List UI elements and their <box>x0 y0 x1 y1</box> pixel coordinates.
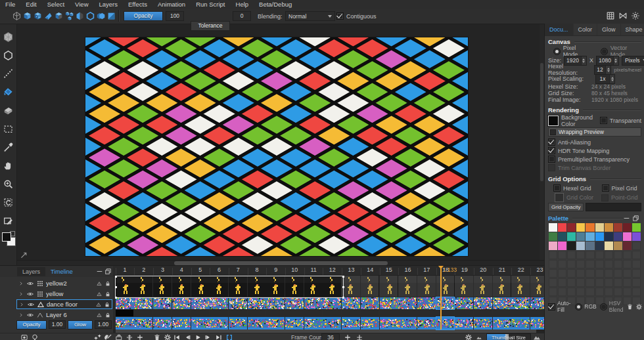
panel-tab-color[interactable]: Color <box>574 24 598 35</box>
palette-swatch-empty[interactable] <box>558 260 566 268</box>
frame-cell[interactable] <box>116 276 134 283</box>
frame-cell[interactable] <box>361 276 379 283</box>
frame-cell[interactable] <box>361 283 379 297</box>
palette-swatch[interactable] <box>595 242 604 250</box>
palette-swatch[interactable] <box>605 232 613 241</box>
transparent-checkbox[interactable] <box>600 117 607 124</box>
thumbnail-size-slider[interactable]: Thumbnail Size <box>486 333 531 340</box>
palette-swatch-empty[interactable] <box>558 251 566 259</box>
layer-alpha-lock-toggle[interactable] <box>96 312 103 318</box>
frame-cell[interactable] <box>172 317 191 329</box>
frame-cell[interactable] <box>380 276 398 283</box>
frame-cell[interactable] <box>172 310 191 316</box>
size-unit-dropdown[interactable]: Pixels <box>622 56 644 66</box>
brush-shape-hexagon-outline[interactable] <box>85 11 95 21</box>
frame-cell[interactable] <box>455 310 473 316</box>
point-grid-checkbox[interactable] <box>601 194 609 202</box>
frame-cell[interactable] <box>191 310 210 316</box>
frame-cell[interactable] <box>116 310 134 316</box>
timeline-settings-button[interactable] <box>464 333 472 340</box>
layer-mask-button[interactable] <box>20 333 28 340</box>
add-frame-button[interactable] <box>343 333 352 340</box>
brush-shape-half-cube[interactable] <box>54 11 64 21</box>
frame-cell[interactable] <box>210 317 228 329</box>
palette-swatch-empty[interactable] <box>549 251 557 259</box>
pixel-scaling-stepper[interactable]: 1x <box>595 74 615 84</box>
tolerance-value[interactable]: 0 <box>233 11 251 21</box>
palette-swatch-empty[interactable] <box>605 269 613 278</box>
pixel-mode-radio[interactable] <box>553 48 561 55</box>
merge-layer-button[interactable] <box>125 333 133 340</box>
frame-cell[interactable] <box>436 310 455 316</box>
frame-cell[interactable] <box>229 317 247 329</box>
frame-cell[interactable] <box>398 283 417 297</box>
tool-hexel-brush[interactable] <box>0 28 16 46</box>
frame-cell[interactable] <box>398 297 417 309</box>
frame-cell[interactable] <box>417 276 436 283</box>
frame-cell[interactable] <box>210 310 228 316</box>
layer-glow-slider[interactable]: Glow <box>68 320 93 329</box>
palette-swatch-empty[interactable] <box>558 269 566 278</box>
palette-swatch-empty[interactable] <box>632 251 641 259</box>
frame-cell[interactable] <box>493 276 511 283</box>
frame-cell[interactable] <box>116 297 134 309</box>
canvas-vertical-scrollbar[interactable] <box>540 24 544 260</box>
background-color-swatch[interactable] <box>548 116 559 126</box>
palette-swatch[interactable] <box>549 223 557 232</box>
frame-cell[interactable] <box>323 283 341 297</box>
layer-opacity-value[interactable]: 1.00 <box>49 320 66 329</box>
frame-cell[interactable] <box>134 317 152 329</box>
draw-mode-button[interactable] <box>104 333 112 340</box>
palette-swatch-empty[interactable] <box>549 260 557 268</box>
palette-swatch[interactable] <box>576 242 585 250</box>
frame-cell[interactable] <box>323 317 341 329</box>
palette-swatch-empty[interactable] <box>614 260 622 268</box>
delete-swatch-button[interactable] <box>626 303 633 310</box>
hsv-blend-radio[interactable] <box>600 303 607 310</box>
layer-type-button[interactable] <box>36 311 44 319</box>
hdr-tone-mapping-checkbox[interactable] <box>548 147 555 154</box>
frame-cell[interactable] <box>474 317 492 329</box>
layer-row-dance-floor[interactable]: dance floor <box>16 299 112 309</box>
frame-cell[interactable] <box>511 276 530 283</box>
palette-swatch[interactable] <box>586 242 594 250</box>
frame-cell[interactable] <box>436 276 455 283</box>
loop-range-button[interactable] <box>225 333 233 340</box>
frame-cell[interactable] <box>153 317 172 329</box>
palette-swatch[interactable] <box>576 232 585 241</box>
frame-cell[interactable] <box>172 276 191 283</box>
frame-cell[interactable] <box>153 297 172 309</box>
frame-cell[interactable] <box>417 297 436 309</box>
palette-swatch[interactable] <box>567 242 576 250</box>
tool-transform-selection[interactable] <box>0 193 16 211</box>
palette-swatch[interactable] <box>614 223 622 232</box>
palette-swatch-empty[interactable] <box>614 251 622 259</box>
tool-canvas-edit[interactable] <box>0 211 16 230</box>
thumbnail-small-icon[interactable] <box>474 333 483 340</box>
palette-swatch-empty[interactable] <box>558 287 566 296</box>
expand-layer-button[interactable] <box>18 280 24 287</box>
frame-cell[interactable] <box>229 297 247 309</box>
brush-shape-double-hexagon[interactable] <box>96 11 106 21</box>
frame-cell[interactable] <box>323 297 341 309</box>
frame-cell[interactable] <box>530 283 544 297</box>
palette-swatch-empty[interactable] <box>567 260 576 268</box>
frame-cell[interactable] <box>191 297 210 309</box>
layer-visibility-toggle[interactable] <box>27 301 35 308</box>
panel-tab-glow[interactable]: Glow <box>597 24 621 35</box>
brush-shape-textured-cube[interactable] <box>33 11 43 21</box>
grid-color-swatch[interactable] <box>555 193 564 202</box>
frame-cell[interactable] <box>493 310 511 316</box>
frame-cell[interactable] <box>380 283 398 297</box>
vector-mode-radio[interactable] <box>601 48 608 55</box>
palette-settings-button[interactable] <box>635 303 643 310</box>
layer-row-layer-6[interactable]: Layer 6 <box>16 310 112 320</box>
frame-cell[interactable] <box>266 276 285 283</box>
size-height-stepper[interactable]: 1080 <box>596 56 619 66</box>
frame-cell[interactable] <box>342 297 360 309</box>
frame-cell[interactable] <box>511 310 530 316</box>
frame-cell[interactable] <box>342 276 360 283</box>
tolerance-slider[interactable]: Tolerance <box>191 21 230 31</box>
onion-skin-button[interactable] <box>30 333 39 340</box>
frame-cell[interactable] <box>342 283 360 297</box>
